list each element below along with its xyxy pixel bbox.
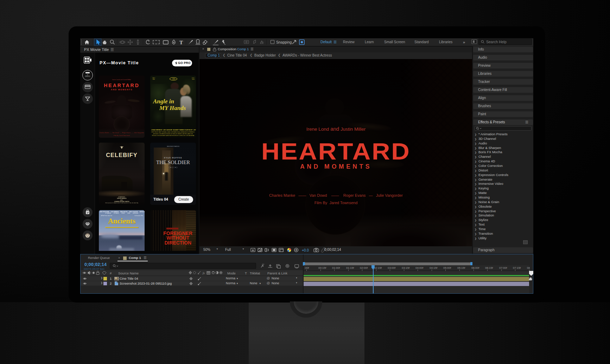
svg-text:+0.0: +0.0 xyxy=(302,248,309,252)
svg-text:T: T xyxy=(179,40,183,45)
svg-text:fx: fx xyxy=(203,272,205,275)
